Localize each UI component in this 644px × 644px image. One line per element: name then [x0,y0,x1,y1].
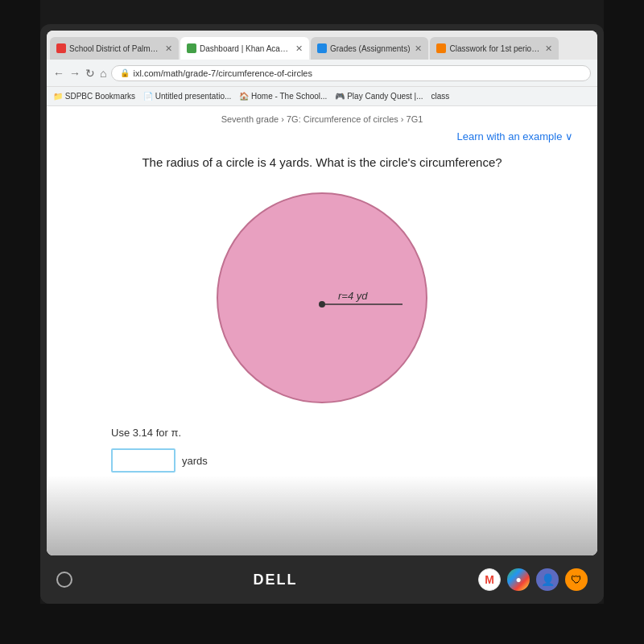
address-bar: ← → ↻ ⌂ 🔒 ixl.com/math/grade-7/circumfer… [47,60,597,87]
bookmark-home[interactable]: 🏠 Home - The School... [239,92,327,101]
question-text: The radius of a circle is 4 yards. What … [63,154,581,171]
screen-bezel: School District of Palm Bea... ✕ Dashboa… [47,31,597,555]
tab-khan[interactable]: Dashboard | Khan Academy ✕ [180,37,309,60]
bookmark-sdpbc-label: 📁 SDPBC Bookmarks [53,92,135,101]
tab-favicon-sdpbc [56,43,66,53]
bookmark-class[interactable]: class [431,92,450,101]
pi-instruction-text: Use 3.14 for π. [111,427,181,439]
tab-favicon-classwork [436,43,446,53]
bookmark-presentation[interactable]: 📄 Untitled presentatio... [143,92,231,101]
answer-unit-label: yards [182,455,208,467]
bookmark-home-label: 🏠 Home - The School... [239,92,327,101]
tab-close-classwork[interactable]: ✕ [545,43,552,54]
bookmark-class-label: class [431,92,450,101]
learn-with-example-button[interactable]: Learn with an example ∨ [63,130,581,142]
bookmark-candy-label: 🎮 Play Candy Quest |... [335,92,423,101]
chrome-icon[interactable]: ● [507,568,530,591]
tab-close-khan[interactable]: ✕ [295,43,303,54]
tab-label-classwork: Classwork for 1st period 7... [449,44,540,53]
bookmarks-bar: 📁 SDPBC Bookmarks 📄 Untitled presentatio… [47,87,597,106]
taskbar-home-button[interactable] [56,572,72,588]
svg-text:r=4 yd: r=4 yd [338,290,368,302]
taskbar-right: M ● 👤 🛡 [478,568,588,591]
gmail-icon[interactable]: M [478,568,501,591]
tab-label-sdpbc: School District of Palm Bea... [69,44,160,53]
url-bar[interactable]: 🔒 ixl.com/math/grade-7/circumference-of-… [111,65,591,81]
tab-label-grades: Grades (Assignments) [330,44,410,53]
breadcrumb: Seventh grade › 7G: Circumference of cir… [63,114,581,124]
tab-close-grades[interactable]: ✕ [415,43,422,54]
tab-classwork[interactable]: Classwork for 1st period 7... ✕ [430,37,559,60]
tab-sdpbc[interactable]: School District of Palm Bea... ✕ [50,37,179,60]
forward-button[interactable]: → [69,67,80,80]
shield-icon[interactable]: 🛡 [565,568,588,591]
reload-button[interactable]: ↻ [85,67,95,80]
bookmark-candy[interactable]: 🎮 Play Candy Quest |... [335,92,423,101]
breadcrumb-text: Seventh grade › 7G: Circumference of cir… [221,114,423,124]
bookmark-presentation-label: 📄 Untitled presentatio... [143,92,231,101]
tab-close-sdpbc[interactable]: ✕ [165,43,172,54]
home-button[interactable]: ⌂ [100,67,106,80]
url-text: ixl.com/math/grade-7/circumference-of-ci… [133,68,312,78]
tab-label-khan: Dashboard | Khan Academy [200,44,291,53]
answer-row: yards [63,448,581,473]
answer-input[interactable] [111,448,175,473]
dell-logo: DELL [254,572,298,588]
question-content: The radius of a circle is 4 yards. What … [142,155,502,169]
tab-favicon-khan [187,43,196,53]
pi-instruction: Use 3.14 for π. [63,427,581,439]
back-button[interactable]: ← [53,67,64,80]
taskbar-left [56,572,72,588]
svg-point-0 [217,193,427,402]
browser-window: School District of Palm Bea... ✕ Dashboa… [47,31,597,555]
circle-diagram: r=4 yd [63,185,581,411]
people-icon[interactable]: 👤 [536,568,559,591]
bookmark-sdpbc[interactable]: 📁 SDPBC Bookmarks [53,92,135,101]
tab-bar: School District of Palm Bea... ✕ Dashboa… [47,31,597,60]
tab-grades[interactable]: Grades (Assignments) ✕ [311,37,428,60]
circle-svg: r=4 yd [209,185,435,411]
page-content: Seventh grade › 7G: Circumference of cir… [47,106,597,555]
tab-favicon-grades [317,43,327,53]
laptop-bottom-bar: DELL M ● 👤 🛡 [40,555,604,604]
laptop-shell: School District of Palm Bea... ✕ Dashboa… [40,24,604,604]
learn-example-label: Learn with an example ∨ [457,130,573,142]
lock-icon: 🔒 [120,68,130,77]
